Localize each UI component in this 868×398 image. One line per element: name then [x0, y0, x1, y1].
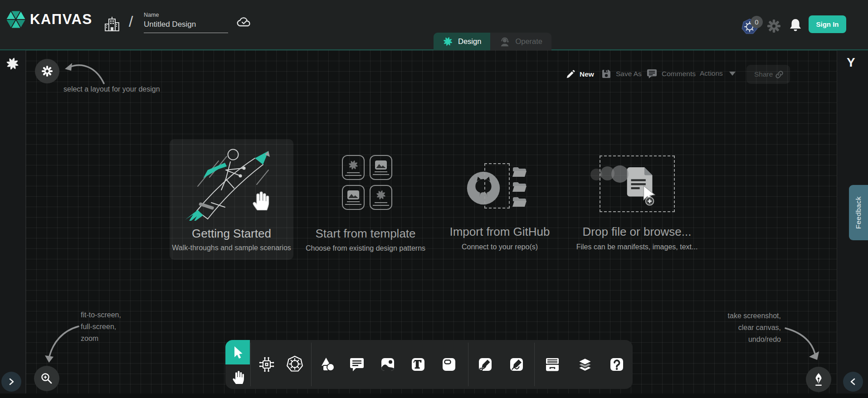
comment-tool[interactable] [347, 354, 367, 374]
actions-label: Actions [700, 69, 723, 78]
zoom-button[interactable] [34, 366, 59, 391]
save-as-button[interactable]: Save As [601, 68, 642, 79]
left-rail [0, 50, 26, 393]
card-subtitle: Walk-throughs and sample scenarios [170, 244, 293, 252]
spiral-logo-icon[interactable] [5, 57, 20, 71]
actions-hint-arrow [779, 318, 824, 364]
toolbar-divider [311, 343, 312, 386]
toolbar-divider [534, 343, 535, 386]
brand-wordmark: KAΠVAS [30, 11, 93, 28]
layout-picker-button[interactable] [35, 59, 59, 83]
bell-icon[interactable] [789, 18, 802, 33]
layout-hint-text: select a layout for your design [63, 83, 160, 95]
zoom-hint-text: fit-to-screen, full-screen, zoom [81, 309, 121, 345]
caret-down-icon [729, 72, 736, 76]
comments-button[interactable]: Comments [646, 68, 696, 79]
cursor-tool[interactable] [225, 340, 250, 364]
pencil-icon [566, 69, 575, 79]
kubernetes-tool[interactable] [285, 354, 305, 374]
actions-hint-text: take screenshot, clear canvas, undo/redo [649, 310, 781, 345]
pencil-sketch-tool[interactable] [507, 354, 527, 374]
building-icon [104, 16, 120, 32]
chevron-right-icon [7, 378, 15, 386]
feedback-tab[interactable]: Feedback [849, 185, 868, 240]
y-extension-logo[interactable]: Y [847, 55, 855, 70]
link-icon [775, 70, 784, 79]
gear-icon[interactable] [767, 19, 780, 33]
drop-dashed-box [600, 155, 675, 212]
hand-tool[interactable] [225, 364, 250, 389]
pinwheel-icon [348, 160, 359, 170]
card-title: Drop file or browse... [581, 225, 692, 239]
new-design-button[interactable]: New [566, 69, 594, 79]
comments-label: Comments [662, 70, 696, 78]
image-icon [375, 160, 387, 170]
card-subtitle: Connect to your repo(s) [445, 243, 554, 251]
card-title: Import from GitHub [445, 225, 554, 239]
motion-trail-circle [611, 165, 629, 183]
mode-tabs: Design Operate [434, 33, 551, 50]
card-subtitle: Files can be manifests, images, text... [568, 243, 706, 251]
design-name-label: Name [144, 12, 159, 18]
folder-icon [512, 196, 527, 208]
save-as-label: Save As [616, 70, 642, 78]
folder-icon [512, 166, 527, 178]
operate-headset-icon [499, 36, 510, 47]
folder-icon [512, 181, 527, 193]
component-tool[interactable] [257, 354, 277, 374]
card-import-from-github[interactable]: Import from GitHub Connect to your repo(… [445, 150, 554, 258]
comment-icon [646, 68, 658, 79]
pen-nib-icon [812, 373, 825, 386]
design-name-input[interactable] [144, 20, 228, 33]
zoom-hint-arrow [43, 317, 85, 366]
card-start-from-template[interactable]: Start from template Choose from existing… [302, 150, 429, 258]
card-getting-started[interactable]: Getting Started Walk-throughs and sample… [170, 139, 293, 260]
notifications-count-badge[interactable]: 0 [751, 16, 763, 28]
kanvas-hexagon-logo [5, 9, 26, 30]
card-title: Getting Started [170, 227, 293, 241]
expand-left-panel-button[interactable] [1, 372, 21, 392]
design-pinwheel-icon [443, 36, 453, 47]
drawer-tool[interactable] [542, 354, 562, 374]
shapes-tool[interactable] [317, 354, 337, 374]
template-thumb-pinwheel [370, 185, 392, 210]
breadcrumb-separator: / [129, 13, 133, 30]
note-tool[interactable] [439, 354, 459, 374]
feedback-label: Feedback [854, 196, 863, 229]
pen-path-tool[interactable] [475, 354, 495, 374]
floppy-icon [601, 68, 612, 79]
actions-dropdown[interactable]: Actions [700, 69, 736, 78]
hand-cursor-icon [250, 189, 269, 211]
tab-operate[interactable]: Operate [490, 33, 551, 50]
share-label: Share [754, 70, 773, 78]
template-thumb-image [342, 185, 365, 210]
template-thumb-image [370, 155, 392, 180]
expand-right-panel-button[interactable] [843, 372, 863, 392]
zoom-in-icon [40, 372, 53, 385]
text-tool[interactable] [408, 354, 428, 374]
template-thumb-pinwheel [342, 155, 365, 180]
sign-in-button[interactable]: Sign In [809, 15, 846, 33]
image-tool[interactable] [378, 354, 398, 374]
screenshot-actions-button[interactable] [806, 367, 831, 392]
tab-design-label: Design [458, 37, 481, 46]
card-subtitle: Choose from existing design patterns [293, 244, 438, 252]
tab-design[interactable]: Design [434, 33, 490, 50]
chevron-left-icon [849, 378, 857, 386]
cloud-saved-icon [236, 15, 253, 29]
help-tool[interactable] [607, 354, 627, 374]
kanvas-app: KAΠVAS / Name [0, 0, 868, 398]
share-button[interactable]: Share [746, 65, 790, 84]
template-thumbnails [342, 155, 392, 210]
bottom-strip [0, 393, 868, 398]
bottom-toolbar [225, 340, 633, 389]
toolbar-divider [468, 343, 468, 386]
card-drop-file[interactable]: Drop file or browse... Files can be mani… [581, 150, 692, 258]
layers-tool[interactable] [575, 354, 595, 374]
new-label: New [580, 70, 594, 78]
github-dashed-box [484, 163, 510, 209]
toolbar-divider [250, 343, 251, 386]
cursor-arrow-icon [231, 345, 244, 359]
hand-icon [230, 369, 245, 384]
image-icon [347, 190, 359, 199]
